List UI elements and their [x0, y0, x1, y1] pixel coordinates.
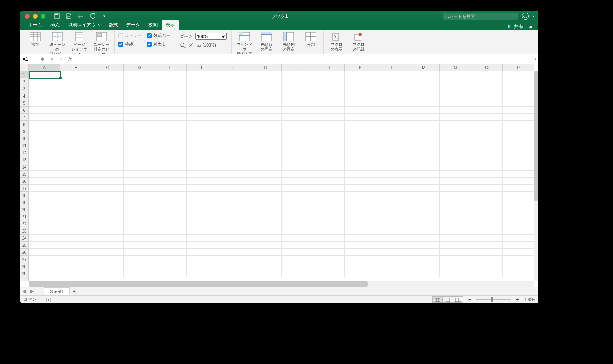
column-header[interactable]: A	[29, 64, 60, 71]
cell[interactable]	[124, 99, 155, 107]
macro-status-icon[interactable]	[46, 297, 52, 302]
row-header[interactable]: 12	[20, 149, 28, 156]
feedback-dropdown-icon[interactable]: ▾	[533, 15, 534, 18]
cell[interactable]	[440, 206, 471, 213]
cell[interactable]	[282, 99, 313, 107]
cell[interactable]	[155, 213, 187, 220]
cell[interactable]	[345, 192, 376, 199]
row-header[interactable]: 28	[20, 263, 28, 270]
cell[interactable]	[440, 199, 471, 206]
cell[interactable]	[187, 92, 218, 99]
cell[interactable]	[29, 85, 60, 92]
cell[interactable]	[282, 78, 313, 85]
column-header[interactable]: D	[124, 64, 155, 71]
cell[interactable]	[29, 227, 60, 235]
view-page-layout-button[interactable]: ページ レイアウト	[70, 31, 89, 56]
cell[interactable]	[187, 85, 218, 92]
cell[interactable]	[376, 192, 408, 199]
zoom-100-button[interactable]: ズーム (100%)	[180, 42, 227, 49]
cell[interactable]	[60, 256, 92, 263]
cell[interactable]	[408, 270, 440, 277]
cell[interactable]	[503, 121, 534, 128]
cell[interactable]	[345, 178, 376, 185]
cell[interactable]	[92, 199, 124, 206]
cell[interactable]	[440, 263, 471, 270]
cell[interactable]	[376, 149, 408, 156]
feedback-icon[interactable]	[522, 13, 529, 20]
cell[interactable]	[155, 92, 187, 99]
cell[interactable]	[92, 249, 124, 256]
vertical-scroll-thumb[interactable]	[534, 71, 538, 201]
cell[interactable]	[376, 114, 408, 121]
cell[interactable]	[440, 192, 471, 199]
cell[interactable]	[60, 163, 92, 171]
cell[interactable]	[471, 227, 503, 235]
cell[interactable]	[29, 163, 60, 171]
cell[interactable]	[60, 249, 92, 256]
cell[interactable]	[29, 270, 60, 277]
cell[interactable]	[313, 71, 345, 78]
column-header[interactable]: O	[471, 64, 503, 71]
cell[interactable]	[60, 107, 92, 114]
zoom-out-button[interactable]: −	[467, 296, 473, 302]
cell[interactable]	[218, 263, 250, 270]
cell[interactable]	[408, 92, 440, 99]
cell[interactable]	[471, 156, 503, 163]
row-header[interactable]: 29	[20, 270, 28, 277]
cell[interactable]	[29, 185, 60, 192]
cell[interactable]	[503, 249, 534, 256]
cell[interactable]	[345, 199, 376, 206]
row-header[interactable]: 1	[20, 71, 28, 78]
cell[interactable]	[155, 235, 187, 242]
cell[interactable]	[471, 78, 503, 85]
collapse-ribbon-icon[interactable]	[529, 26, 533, 28]
cell[interactable]	[345, 270, 376, 277]
cell[interactable]	[250, 99, 282, 107]
cell[interactable]	[471, 242, 503, 249]
cell[interactable]	[345, 114, 376, 121]
cell[interactable]	[218, 78, 250, 85]
zoom-in-button[interactable]: +	[515, 296, 520, 302]
cell[interactable]	[503, 114, 534, 121]
cell[interactable]	[282, 85, 313, 92]
cell[interactable]	[440, 270, 471, 277]
cell[interactable]	[250, 121, 282, 128]
cell[interactable]	[29, 149, 60, 156]
cell[interactable]	[313, 135, 345, 142]
minimize-button[interactable]	[33, 14, 38, 19]
cell[interactable]	[124, 270, 155, 277]
cell[interactable]	[282, 107, 313, 114]
cell[interactable]	[218, 192, 250, 199]
cell[interactable]	[313, 178, 345, 185]
cell[interactable]	[124, 85, 155, 92]
cell[interactable]	[345, 99, 376, 107]
cell[interactable]	[29, 178, 60, 185]
cell[interactable]	[503, 242, 534, 249]
cell[interactable]	[124, 249, 155, 256]
split-button[interactable]: 分割	[301, 31, 320, 47]
cell[interactable]	[218, 163, 250, 171]
cell[interactable]	[440, 128, 471, 135]
row-header[interactable]: 18	[20, 192, 28, 199]
cell[interactable]	[155, 114, 187, 121]
cell[interactable]	[440, 156, 471, 163]
cell[interactable]	[408, 114, 440, 121]
cell[interactable]	[376, 199, 408, 206]
cell[interactable]	[218, 85, 250, 92]
row-header[interactable]: 27	[20, 256, 28, 263]
formula-input[interactable]	[74, 54, 533, 64]
cell[interactable]	[250, 199, 282, 206]
cell[interactable]	[471, 99, 503, 107]
cell[interactable]	[187, 235, 218, 242]
cell[interactable]	[440, 99, 471, 107]
cell[interactable]	[124, 171, 155, 178]
cell[interactable]	[471, 85, 503, 92]
cell[interactable]	[313, 163, 345, 171]
cell[interactable]	[376, 156, 408, 163]
cell[interactable]	[313, 220, 345, 227]
cell[interactable]	[376, 256, 408, 263]
cell[interactable]	[218, 213, 250, 220]
cell[interactable]	[218, 121, 250, 128]
cell[interactable]	[408, 99, 440, 107]
cell[interactable]	[345, 92, 376, 99]
